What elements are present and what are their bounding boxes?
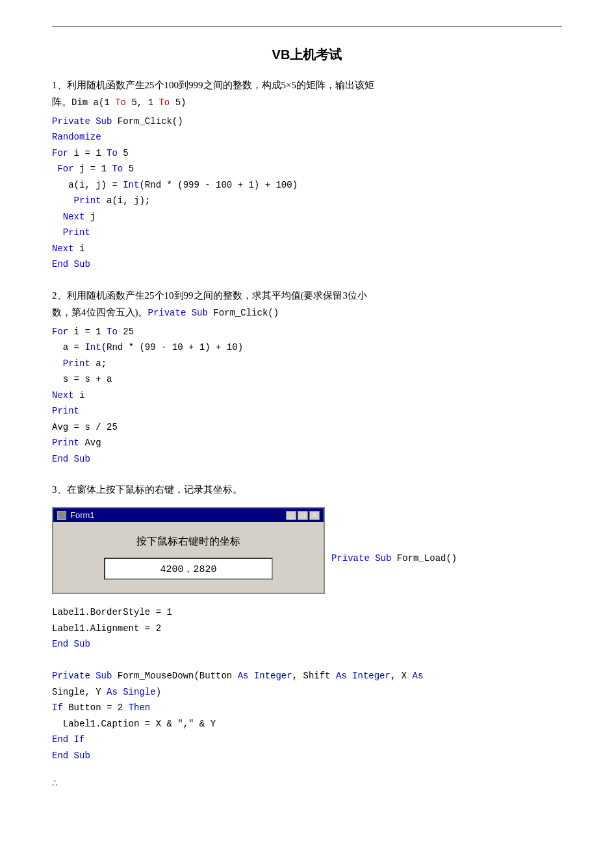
section-1-desc: 1、利用随机函数产生25个100到999之间的整数，构成5×5的矩阵，输出该矩阵… <box>52 77 562 111</box>
window-value: 4200，2820 <box>104 558 273 580</box>
window-titlebar: Form1 _ □ × <box>53 508 324 522</box>
close-button[interactable]: × <box>309 511 320 520</box>
window-title: Form1 <box>70 510 95 520</box>
window-label: 按下鼠标右键时的坐标 <box>136 535 240 549</box>
titlebar-icon <box>57 511 66 520</box>
minimize-button[interactable]: _ <box>286 511 296 520</box>
section-1: 1、利用随机函数产生25个100到999之间的整数，构成5×5的矩阵，输出该矩阵… <box>52 77 562 273</box>
top-divider <box>52 26 562 27</box>
after-window-inline: Private Sub Form_Load() <box>331 501 457 564</box>
section-3-code: Label1.BorderStyle = 1 Label1.Alignment … <box>52 604 562 763</box>
section-2-desc: 2、利用随机函数产生25个10到99之间的整数，求其平均值(要求保留3位小数，第… <box>52 287 562 321</box>
page-title: VB上机考试 <box>52 46 562 64</box>
section-2: 2、利用随机函数产生25个10到99之间的整数，求其平均值(要求保留3位小数，第… <box>52 287 562 467</box>
window-controls: _ □ × <box>286 511 320 520</box>
section-2-code: For i = 1 To 25 a = Int(Rnd * (99 - 10 +… <box>52 324 562 467</box>
window-body: 按下鼠标右键时的坐标 4200，2820 <box>53 522 324 593</box>
titlebar-left: Form1 <box>57 510 95 520</box>
section-1-code: Private Sub Form_Click() Randomize For i… <box>52 114 562 273</box>
footer-dot: ∴ <box>52 778 562 789</box>
section-3-desc: 3、在窗体上按下鼠标的右键，记录其坐标。 <box>52 481 562 498</box>
section-3: 3、在窗体上按下鼠标的右键，记录其坐标。 Form1 _ □ × 按下鼠标右键时… <box>52 481 562 763</box>
maximize-button[interactable]: □ <box>298 511 308 520</box>
window-screenshot: Form1 _ □ × 按下鼠标右键时的坐标 4200，2820 <box>52 507 325 594</box>
